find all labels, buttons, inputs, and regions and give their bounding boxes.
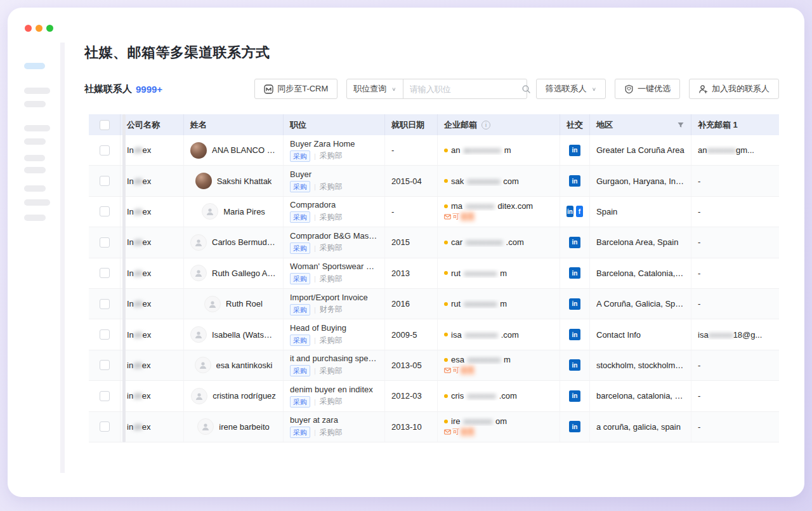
linkedin-icon[interactable]: in [569,145,580,156]
window-controls [25,25,53,32]
row-checkbox[interactable] [100,391,110,401]
row-checkbox[interactable] [100,299,110,309]
table-row: InditexRuth RoelImport/Export Invoice采购|… [89,289,779,319]
sidebar-item[interactable] [24,125,50,131]
position-title: Buyer [290,169,378,179]
region: a coruña, galicia, spain [596,422,684,432]
filter-contacts-button[interactable]: 筛选联系人 ∨ [536,79,606,99]
email-status-dot [444,333,448,336]
one-key-optimize-button[interactable]: 一键优选 [615,79,680,99]
hire-date: 2015 [391,237,431,247]
hire-date: - [391,145,431,155]
select-all-checkbox[interactable] [100,120,110,130]
company-name: Inditex [127,269,177,278]
info-icon[interactable]: i [481,121,490,129]
role-tag: 采购 [290,181,310,192]
avatar [190,265,207,281]
linkedin-icon[interactable]: in [569,390,580,402]
email-status-dot [444,271,448,275]
linkedin-icon[interactable]: in [569,329,580,340]
row-checkbox[interactable] [100,360,110,370]
email-status-dot [444,179,448,183]
region: Barcelona, Catalonia, S... [596,269,684,278]
region: Gurgaon, Haryana, India [596,176,684,186]
corporate-email: crisxxxxxxx.com [444,391,553,401]
row-checkbox[interactable] [100,268,110,278]
hire-date: 2015-04 [391,176,431,186]
sidebar-item[interactable] [24,215,46,221]
table-row: inditexcristina rodríguezdenim buyer en … [89,381,779,411]
row-checkbox[interactable] [100,206,110,216]
linkedin-icon[interactable]: in [569,175,580,187]
mail-icon [444,213,451,220]
region: Spain [596,207,684,216]
linkedin-icon[interactable]: in [569,267,580,279]
badge-heart-icon [624,84,634,94]
email-reachable-badge: 可联系 [444,212,553,222]
sidebar-item[interactable] [24,88,50,94]
corporate-email: carxxxxxxxxx.com [444,237,553,247]
position-query-select[interactable]: 职位查询 ∨ [346,79,403,99]
avatar [195,357,211,373]
row-checkbox[interactable] [100,329,110,340]
sidebar-item[interactable] [24,155,45,161]
sidebar-item[interactable] [24,199,50,206]
add-to-my-contacts-button[interactable]: 加入我的联系人 [689,79,779,99]
table-row: inditexesa kantinkoskiit and purchasing … [89,350,779,381]
corporate-email: esaxxxxxxxxm [444,355,553,364]
app-window: 社媒、邮箱等多渠道联系方式 社媒联系人 9999+ 同步至T-CRM 职位查询 … [8,8,804,497]
row-checkbox[interactable] [100,421,110,432]
role-tag: 采购 [290,427,310,438]
facebook-icon[interactable]: f [576,206,583,217]
row-checkbox[interactable] [100,237,110,248]
avatar [202,203,218,220]
row-checkbox[interactable] [100,176,110,186]
linkedin-icon[interactable]: in [569,359,580,371]
sidebar-item[interactable] [24,185,46,192]
add-person-icon [698,84,708,94]
row-checkbox[interactable] [100,145,110,156]
position-title: Head of Buying [290,323,378,333]
column-header-region: 地区 [596,119,613,131]
sidebar-divider [60,43,65,473]
role-tag: 采购 [290,396,310,408]
vertical-scrollbar[interactable] [122,114,126,442]
zoom-window-button[interactable] [46,25,53,32]
region: stockholm, stockholms ... [596,361,684,370]
linkedin-icon[interactable]: in [569,421,580,432]
crm-logo-icon [264,84,273,94]
column-header-name: 姓名 [190,119,207,131]
minimize-window-button[interactable] [36,25,43,32]
role-tag: 采购 [290,304,310,315]
company-name: Inditex [127,299,177,309]
sync-to-crm-button[interactable]: 同步至T-CRM [254,79,337,99]
extra-email: - [698,422,773,432]
role-tag: 采购 [290,150,310,162]
corporate-email: rutxxxxxxxxm [444,299,553,309]
close-window-button[interactable] [25,25,32,32]
position-title: Buyer Zara Home [290,139,378,149]
company-name: inditex [127,391,177,401]
toolbar: 同步至T-CRM 职位查询 ∨ 筛选联系人 ∨ [254,79,779,99]
sidebar-item[interactable] [24,167,46,173]
sidebar-item[interactable] [24,101,46,107]
table-row: InditexRuth Gallego AgullóWoman' Sportsw… [89,258,779,289]
sidebar-item[interactable] [24,138,46,145]
linkedin-icon[interactable]: in [569,237,580,248]
table-row: inditexirene barbeitobuyer at zara采购|采购部… [89,412,779,442]
position-search-input[interactable] [410,84,521,94]
linkedin-icon[interactable]: in [566,206,573,217]
table-body: InditexANA BLANCO REYBuyer Zara Home采购|采… [89,135,779,442]
hire-date: 2009-5 [391,330,431,340]
filter-funnel-icon[interactable] [677,121,684,129]
email-status-dot [444,358,448,362]
search-icon[interactable] [521,84,531,94]
linkedin-icon[interactable]: in [569,298,580,310]
department-label: 采购部 [320,212,343,223]
company-name: inditex [127,361,177,370]
extra-email: - [698,269,773,278]
department-label: 采购部 [320,366,343,376]
sidebar-active-item[interactable] [24,63,45,69]
position-title: denim buyer en inditex [290,385,378,394]
column-header-position: 职位 [290,119,306,131]
